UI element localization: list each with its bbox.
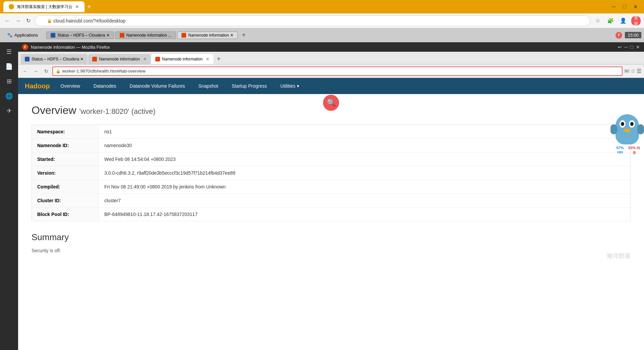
update-button[interactable]: 更新: [631, 16, 641, 26]
nav-snapshot[interactable]: Snapshot: [196, 82, 221, 90]
mascot-right-pupil: [630, 122, 634, 126]
table-value: Wed Feb 08 14:54:04 +0800 2023: [99, 152, 631, 166]
browser-titlebar: 海洋部落实验室 | 大数据学习云 ✕ + ─ □ ✕: [0, 0, 644, 13]
inner-win-back-icon[interactable]: ↩: [618, 44, 622, 50]
inner-tab-2-close-icon[interactable]: ✕: [206, 57, 209, 61]
inner-maximize-button[interactable]: □: [631, 44, 633, 50]
table-row: Cluster ID:cluster7: [32, 194, 631, 208]
inner-tab-1-close-icon[interactable]: ✕: [143, 57, 147, 61]
inner-zoom-level: 90: [625, 69, 629, 74]
new-tab-button[interactable]: +: [87, 3, 91, 11]
inner-browser-tab-2-label: Namenode information: [162, 57, 203, 61]
tab-title: 海洋部落实验室 | 大数据学习云: [17, 4, 72, 10]
inner-forward-button[interactable]: →: [32, 68, 40, 75]
minimize-button[interactable]: ─: [610, 3, 617, 10]
sidebar-grid-icon[interactable]: ⊞: [2, 75, 16, 88]
inner-browser-tab-0[interactable]: Status – HDFS – Cloudera ✕: [21, 54, 88, 64]
inner-new-tab-btn[interactable]: +: [214, 54, 223, 64]
nav-datanode-volume-failures[interactable]: Datanode Volume Failures: [127, 82, 188, 90]
sidebar-menu-icon[interactable]: ☰: [2, 45, 16, 58]
main-content-area: 57% cpu 53% 内存 Overview 'worker-1:8020' …: [18, 94, 644, 263]
address-text: cloud.hainiubl.com/?#/tool/desktop: [53, 18, 578, 24]
inner-firefox-logo: F: [22, 44, 28, 50]
inner-browser-tabs: Status – HDFS – Cloudera ✕ Namenode info…: [18, 52, 644, 64]
inner-tab-2[interactable]: Namenode information ✕: [177, 32, 238, 39]
back-button[interactable]: ←: [3, 16, 11, 25]
tab-close-icon[interactable]: ✕: [75, 4, 79, 9]
inner-browser-toolbar: ← → ↻ 🔒 worker-1:9870/dfshealth.html#tab…: [18, 64, 644, 78]
table-label: Namespace:: [32, 125, 99, 139]
bookmark-icon[interactable]: ☆: [593, 16, 602, 26]
os-taskbar: 🐾 Applications Status – HDFS – Cloudera …: [0, 28, 644, 42]
window-controls: ─ □ ✕: [610, 3, 639, 10]
maximize-button[interactable]: □: [621, 3, 628, 10]
inner-bookmark-icon[interactable]: ☆: [631, 68, 635, 74]
inner-browser-tab-1-label: Namenode information: [99, 57, 140, 61]
table-row: Compiled:Fri Nov 08 21:49:00 +0800 2019 …: [32, 180, 631, 194]
inner-tab-0-label: Status – HDFS – Cloudera ✕: [57, 33, 109, 38]
browser-tab-active[interactable]: 海洋部落实验室 | 大数据学习云 ✕: [3, 1, 85, 12]
hadoop-brand-link[interactable]: Hadoop: [25, 82, 50, 90]
search-overlay-icon[interactable]: 🔍: [323, 95, 339, 111]
inner-new-tab-button[interactable]: +: [239, 30, 249, 40]
inner-close-button[interactable]: ✕: [636, 44, 640, 50]
inner-back-button[interactable]: ←: [21, 68, 30, 75]
taskbar-right: F 15:00: [615, 32, 641, 39]
nn1-favicon: [92, 57, 97, 61]
table-row: Block Pool ID:BP-648949810-11.18.17.42-1…: [32, 208, 631, 221]
inner-menu-icon[interactable]: ☰: [637, 68, 641, 74]
table-value: 3.0.0-cdh6.3.2, r9aff20de3b5ecccf3c19d57…: [99, 166, 631, 180]
inner-minimize-button[interactable]: ─: [625, 44, 628, 50]
overview-info-table: Namespace:ns1Namenode ID:namenode30Start…: [32, 125, 631, 221]
table-label: Block Pool ID:: [32, 208, 99, 221]
table-label: Compiled:: [32, 180, 99, 194]
table-label: Started:: [32, 152, 99, 166]
inner-title-area: F Namenode information — Mozilla Firefox: [22, 44, 110, 50]
sidebar-send-icon[interactable]: ✈: [2, 104, 16, 118]
table-label: Version:: [32, 166, 99, 180]
table-value: BP-648949810-11.18.17.42-1675837203117: [99, 208, 631, 221]
sidebar-doc-icon[interactable]: 📄: [2, 60, 16, 73]
content-wrapper: 🔍 Hadoop Overview Datanodes Datanode Vol…: [18, 78, 644, 263]
close-button[interactable]: ✕: [632, 3, 639, 10]
active-node-text: worker-1:8020' (active): [80, 107, 155, 116]
lock-icon: 🔒: [47, 18, 52, 23]
nav-datanodes[interactable]: Datanodes: [91, 82, 119, 90]
nn2-tab-icon: [181, 33, 186, 38]
table-label: Cluster ID:: [32, 194, 99, 208]
forward-button[interactable]: →: [14, 16, 22, 25]
security-text: Security is off.: [32, 248, 631, 253]
table-value: cluster7: [99, 194, 631, 208]
table-value: Fri Nov 08 21:49:00 +0800 2019 by jenkin…: [99, 180, 631, 194]
summary-heading: Summary: [32, 232, 631, 243]
inner-tab-1[interactable]: Namenode information ...: [115, 32, 176, 39]
heading-overview: Overview: [32, 104, 76, 116]
table-row: Version:3.0.0-cdh6.3.2, r9aff20de3b5eccc…: [32, 166, 631, 180]
table-row: Namenode ID:namenode30: [32, 139, 631, 152]
inner-browser-tab-0-label: Status – HDFS – Cloudera ✕: [32, 57, 84, 61]
inner-window-title: Namenode information — Mozilla Firefox: [31, 45, 110, 50]
extensions-icon[interactable]: 🧩: [606, 16, 615, 26]
nav-overview[interactable]: Overview: [58, 82, 83, 90]
refresh-button[interactable]: ↻: [25, 16, 32, 25]
profile-icon[interactable]: 👤: [619, 16, 628, 26]
browser-toolbar: ← → ↻ 🔒 cloud.hainiubl.com/?#/tool/deskt…: [0, 13, 644, 28]
applications-menu[interactable]: 🐾 Applications: [3, 31, 42, 39]
remote-desktop-container: F Namenode information — Mozilla Firefox…: [18, 42, 644, 350]
inner-address-bar[interactable]: 🔒 worker-1:9870/dfshealth.html#tab-overv…: [52, 67, 623, 76]
left-sidebar: ☰ 📄 ⊞ 🌐 ✈: [0, 42, 18, 350]
inner-tab-0[interactable]: Status – HDFS – Cloudera ✕: [46, 32, 114, 39]
heading-active-node: 'worker-1:8020' (active): [79, 107, 155, 116]
firefox-taskbar-icon[interactable]: F: [615, 32, 622, 39]
nav-startup-progress[interactable]: Startup Progress: [229, 82, 270, 90]
inner-browser-tab-2[interactable]: Namenode information ✕: [151, 54, 213, 64]
inner-browser-tab-1[interactable]: Namenode information ✕: [88, 54, 150, 64]
inner-tab-2-label: Namenode information ✕: [188, 33, 233, 38]
inner-toolbar-right: 90 ☆ ☰: [625, 68, 641, 74]
table-value: namenode30: [99, 139, 631, 152]
inner-refresh-button[interactable]: ↻: [42, 68, 50, 75]
nav-utilities-dropdown[interactable]: Utilities ▾: [278, 82, 302, 90]
outer-address-bar[interactable]: 🔒 cloud.hainiubl.com/?#/tool/desktop: [35, 15, 590, 26]
sidebar-globe-icon[interactable]: 🌐: [2, 89, 16, 103]
inner-window-titlebar: F Namenode information — Mozilla Firefox…: [18, 42, 644, 52]
